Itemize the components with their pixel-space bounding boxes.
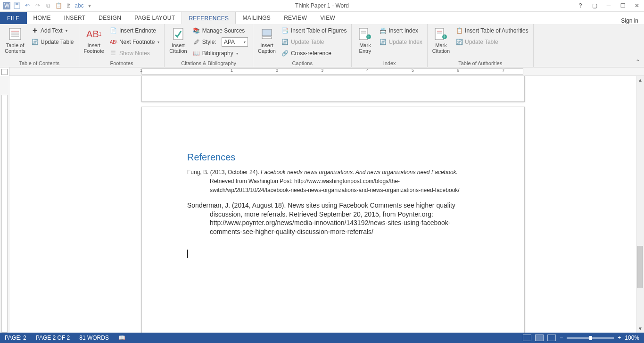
vertical-scrollbar[interactable]: ▲ ▼: [636, 76, 644, 333]
insert-caption-button[interactable]: Insert Caption: [256, 25, 278, 55]
svg-rect-12: [359, 28, 368, 40]
insert-index-button[interactable]: 📇Insert Index: [377, 25, 424, 36]
update-index-icon: 🔄: [379, 38, 387, 46]
page-1-bottom: [141, 76, 525, 102]
tab-file[interactable]: FILE: [0, 12, 27, 24]
group-citations: Insert Citation 📚Manage Sources 🖉Style: …: [165, 24, 253, 67]
update-toc-icon: 🔄: [31, 38, 39, 46]
add-text-button[interactable]: ✚Add Text▾: [29, 25, 76, 36]
status-proofing-icon[interactable]: 📖: [114, 335, 130, 341]
vertical-ruler[interactable]: [0, 76, 9, 333]
tof-icon: 📑: [281, 27, 289, 34]
style-dropdown[interactable]: APA▾: [222, 37, 248, 47]
svg-rect-11: [262, 37, 272, 39]
group-label-index: Index: [355, 59, 424, 67]
show-notes-icon: ☰: [110, 50, 117, 57]
redo-icon[interactable]: ↷: [34, 2, 41, 9]
text-cursor: [187, 250, 188, 258]
tab-insert[interactable]: INSERT: [58, 12, 92, 24]
group-label-captions: Captions: [256, 59, 348, 67]
update-toa-icon: 🔄: [455, 38, 463, 46]
minimize-icon[interactable]: ─: [604, 2, 613, 9]
copy-icon: ⧉: [44, 2, 52, 9]
maximize-icon[interactable]: ❐: [619, 2, 627, 9]
collapse-ribbon-icon[interactable]: ⌃: [636, 59, 640, 65]
tab-home[interactable]: HOME: [27, 12, 58, 24]
group-footnotes: AB1 Insert Footnote 📄Insert Endnote AB¹N…: [79, 24, 165, 67]
group-label-citations: Citations & Bibliography: [167, 59, 250, 67]
help-icon[interactable]: ?: [576, 2, 585, 9]
tab-review[interactable]: REVIEW: [277, 12, 314, 24]
close-icon[interactable]: ✕: [633, 2, 641, 9]
zoom-level[interactable]: 100%: [625, 335, 639, 341]
print-layout-icon[interactable]: [535, 335, 544, 341]
qat-dropdown-icon[interactable]: ▾: [86, 2, 93, 9]
next-footnote-button[interactable]: AB¹Next Footnote▾: [108, 37, 161, 47]
tab-pagelayout[interactable]: PAGE LAYOUT: [128, 12, 182, 24]
group-label-footnotes: Footnotes: [82, 59, 162, 67]
page-2[interactable]: References Fung, B. (2013, October 24). …: [141, 107, 525, 333]
toc-button[interactable]: Table of Contents: [3, 25, 27, 55]
tab-design[interactable]: DESIGN: [92, 12, 128, 24]
endnote-icon: 📄: [110, 27, 117, 34]
scroll-up-icon[interactable]: ▲: [636, 76, 644, 84]
tab-view[interactable]: VIEW: [314, 12, 342, 24]
manage-sources-button[interactable]: 📚Manage Sources: [191, 25, 250, 36]
ribbon-display-icon[interactable]: ▢: [590, 2, 599, 9]
style-select[interactable]: 🖉Style: APA▾: [191, 37, 250, 47]
new-icon[interactable]: 🗎: [65, 2, 73, 9]
mark-entry-icon: +: [357, 26, 372, 42]
update-toc-button[interactable]: 🔄Update Table: [29, 37, 76, 47]
read-mode-icon[interactable]: [523, 335, 531, 341]
svg-text:W: W: [4, 2, 10, 9]
status-page[interactable]: PAGE: 2: [0, 335, 31, 341]
zoom-out-button[interactable]: −: [560, 335, 563, 341]
svg-rect-10: [262, 29, 272, 36]
insert-toa-button[interactable]: 📋Insert Table of Authorities: [454, 25, 530, 36]
cross-reference-button[interactable]: 🔗Cross-reference: [280, 48, 349, 59]
insert-endnote-button[interactable]: 📄Insert Endnote: [108, 25, 161, 36]
scroll-thumb[interactable]: [637, 246, 643, 288]
footnote-icon: AB1: [86, 26, 101, 42]
references-heading: References: [187, 152, 479, 163]
style-icon: 🖉: [193, 38, 200, 46]
insert-index-icon: 📇: [379, 27, 387, 34]
status-words[interactable]: 81 WORDS: [74, 335, 114, 341]
horizontal-ruler[interactable]: 1 1 2 3 4 5 6 7: [9, 67, 644, 76]
insert-footnote-button[interactable]: AB1 Insert Footnote: [82, 25, 106, 55]
web-layout-icon[interactable]: [547, 335, 556, 341]
insert-caption-label: Insert Caption: [258, 42, 276, 54]
sign-in-link[interactable]: Sign in: [621, 17, 638, 24]
paste-icon[interactable]: 📋: [55, 2, 62, 9]
group-index: + Mark Entry 📇Insert Index 🔄Update Index…: [352, 24, 427, 67]
update-captions-icon: 🔄: [281, 38, 289, 46]
bibliography-button[interactable]: 📖Bibliography▾: [191, 48, 250, 59]
mark-citation-label: Mark Citation: [432, 42, 450, 54]
group-label-toc: Table of Contents: [3, 59, 76, 67]
status-bar: PAGE: 2 PAGE 2 OF 2 81 WORDS 📖 − + 100%: [0, 333, 644, 343]
canvas[interactable]: References Fung, B. (2013, October 24). …: [9, 76, 644, 333]
insert-footnote-label: Insert Footnote: [84, 42, 104, 54]
mark-citation-icon: +: [433, 26, 448, 42]
zoom-in-button[interactable]: +: [618, 335, 621, 341]
mark-citation-button[interactable]: + Mark Citation: [430, 25, 452, 55]
insert-tof-button[interactable]: 📑Insert Table of Figures: [280, 25, 349, 36]
tab-references[interactable]: REFERENCES: [182, 12, 236, 24]
undo-icon[interactable]: ↶: [24, 2, 31, 9]
tab-mailings[interactable]: MAILINGS: [236, 12, 277, 24]
mark-entry-button[interactable]: + Mark Entry: [355, 25, 375, 55]
spellcheck-icon[interactable]: abc: [75, 2, 83, 9]
ribbon-tabs: FILE HOME INSERT DESIGN PAGE LAYOUT REFE…: [0, 12, 644, 24]
tab-selector[interactable]: [0, 67, 9, 76]
zoom-slider[interactable]: [567, 337, 614, 339]
quick-access-toolbar: W ↶ ↷ ⧉ 📋 🗎 abc ▾: [0, 2, 93, 9]
save-icon[interactable]: [13, 2, 21, 9]
insert-citation-button[interactable]: Insert Citation: [167, 25, 189, 55]
status-page-of[interactable]: PAGE 2 OF 2: [31, 335, 74, 341]
svg-rect-4: [9, 28, 21, 40]
group-toc: Table of Contents ✚Add Text▾ 🔄Update Tab…: [0, 24, 79, 67]
window-controls: ? ▢ ─ ❐ ✕: [576, 2, 641, 9]
citation-icon: [171, 26, 186, 42]
toa-icon: 📋: [455, 27, 463, 34]
scroll-down-icon[interactable]: ▼: [636, 325, 644, 333]
